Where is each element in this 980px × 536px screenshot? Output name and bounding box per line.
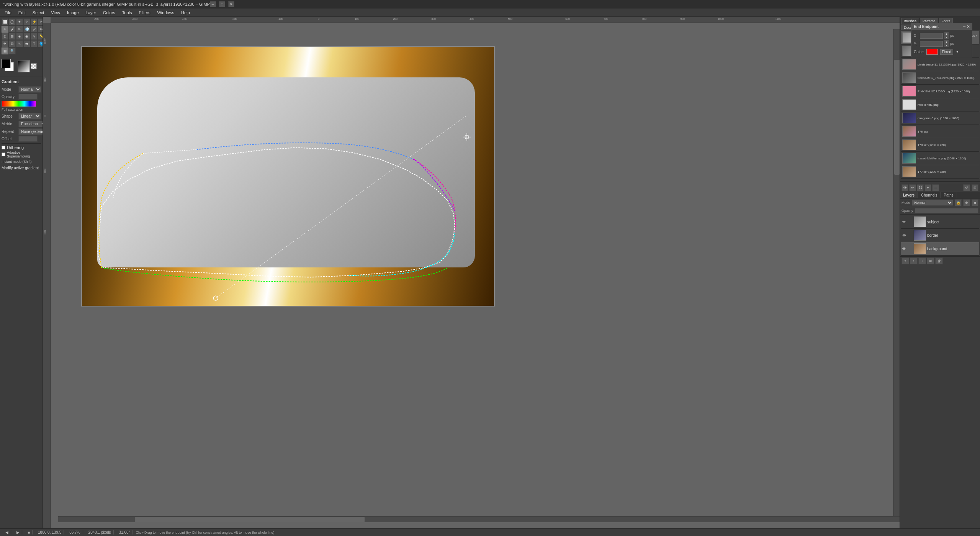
layer-duplicate-btn[interactable]: ⊕: [927, 257, 934, 264]
file-item-7[interactable]: 178.jpg: [901, 125, 979, 138]
file-item-2[interactable]: pixels-jessef11-1213294.jpg (1920 × 1280…: [901, 58, 979, 71]
tool-perspective-clone[interactable]: ⊞: [9, 33, 16, 40]
horizontal-scrollbar[interactable]: [58, 516, 900, 522]
file-item-6[interactable]: mu-game-0.png (1920 × 1080): [901, 111, 979, 125]
tool-ellipse-select[interactable]: ◯: [9, 18, 16, 25]
file-item-4[interactable]: PINKISH NO LOGO.jpg (1920 × 1080): [901, 85, 979, 98]
repeat-select[interactable]: None (extend) Sawtooth Triangular: [18, 128, 43, 135]
layer-item-border[interactable]: 👁 border: [901, 229, 979, 242]
tool-smudge[interactable]: ≋: [31, 33, 38, 40]
foreground-color-swatch[interactable]: [2, 59, 11, 68]
layers-refresh-btn[interactable]: ↺: [963, 184, 970, 191]
ep-x-down[interactable]: ▼: [944, 36, 949, 39]
layer-raise-btn[interactable]: ↑: [910, 257, 918, 264]
menu-view[interactable]: View: [48, 10, 63, 16]
tool-free-select[interactable]: ✦: [16, 18, 23, 25]
close-button[interactable]: ✕: [228, 1, 234, 7]
tool-zoom[interactable]: 🔍: [9, 48, 16, 54]
tool-dodge[interactable]: ◉: [23, 33, 30, 40]
ep-y-input[interactable]: 156: [920, 41, 943, 47]
menu-select[interactable]: Select: [29, 10, 47, 16]
layer-delete-btn[interactable]: 🗑: [935, 257, 943, 264]
layers-alpha-btn[interactable]: α: [972, 199, 978, 206]
layer-new-btn[interactable]: +: [901, 257, 909, 264]
file-item-9[interactable]: traced-MattVenn.png (2048 × 1366): [901, 152, 979, 165]
status-nav-stop[interactable]: ■: [25, 530, 33, 534]
menu-windows[interactable]: Windows: [154, 10, 177, 16]
maximize-button[interactable]: □: [219, 1, 225, 7]
layer-item-subject[interactable]: 👁 subject: [901, 215, 979, 229]
tool-measure[interactable]: 📏: [38, 33, 43, 40]
vscroll-thumb[interactable]: [894, 60, 900, 175]
adaptive-checkbox[interactable]: [2, 152, 5, 156]
menu-file[interactable]: File: [2, 10, 15, 16]
tool-clone[interactable]: ⊕: [38, 26, 43, 33]
dithering-checkbox[interactable]: [2, 146, 5, 149]
minimize-button[interactable]: ─: [210, 1, 216, 7]
ep-minimize-btn[interactable]: ─: [963, 25, 965, 29]
layer-eye-background[interactable]: 👁: [901, 246, 907, 251]
tool-pencil[interactable]: ✏: [16, 26, 23, 33]
image-canvas[interactable]: [51, 23, 900, 522]
layer-eye-subject[interactable]: 👁: [901, 219, 907, 225]
layers-eye-btn[interactable]: 👁: [901, 184, 908, 191]
ep-y-up[interactable]: ▲: [944, 40, 949, 44]
offset-input[interactable]: 0.0: [18, 136, 38, 142]
tool-fuzzy-select[interactable]: ✧: [23, 18, 30, 25]
layer-item-background[interactable]: 👁 background: [901, 242, 979, 256]
gradient-preview[interactable]: [2, 101, 36, 107]
pattern-swatch[interactable]: [31, 63, 37, 69]
layers-tab-channels[interactable]: Channels: [918, 192, 941, 198]
tool-paths[interactable]: ✒: [2, 26, 8, 33]
ep-y-down[interactable]: ▼: [944, 44, 949, 47]
tool-transform[interactable]: ⤡: [16, 40, 23, 47]
layers-opacity-input[interactable]: 100.0: [915, 208, 978, 213]
layers-tab-layers[interactable]: Layers: [900, 192, 918, 198]
ep-fixed-chevron[interactable]: ▼: [955, 50, 959, 54]
layers-tab-paths[interactable]: Paths: [941, 192, 957, 198]
vertical-scrollbar[interactable]: [893, 29, 900, 516]
tool-text[interactable]: T: [31, 40, 38, 47]
menu-tools[interactable]: Tools: [119, 10, 135, 16]
opacity-input[interactable]: 100.0: [18, 94, 38, 100]
file-item-10[interactable]: 177.xcf (1280 × 720): [901, 165, 979, 179]
tool-ink[interactable]: 🖊: [31, 26, 38, 33]
canvas-area[interactable]: -500 -400 -300 -200 -100 0 100 200 300 4…: [43, 17, 900, 528]
tool-heal[interactable]: ⊗: [2, 33, 8, 40]
layers-add-btn[interactable]: +: [924, 184, 931, 191]
menu-help[interactable]: Help: [178, 10, 193, 16]
tool-bucket[interactable]: 🪣: [38, 40, 43, 47]
tool-airbrush[interactable]: 💨: [23, 26, 30, 33]
menu-layer[interactable]: Layer: [83, 10, 100, 16]
layers-expand-btn[interactable]: ⊞: [972, 184, 978, 191]
menu-filters[interactable]: Filters: [136, 10, 154, 16]
mode-select[interactable]: Normal Multiply Screen: [18, 86, 41, 93]
tool-move[interactable]: ✜: [2, 40, 8, 47]
layers-mode-select[interactable]: Normal Multiply: [912, 200, 953, 206]
ep-color-swatch[interactable]: [926, 49, 938, 55]
layer-lower-btn[interactable]: ↓: [918, 257, 926, 264]
tool-flip[interactable]: ⇋: [23, 40, 30, 47]
layer-eye-border[interactable]: 👁: [901, 233, 907, 238]
ep-x-input[interactable]: 1803: [920, 33, 943, 39]
file-item-3[interactable]: traced-IMG_9741-hero.png (1920 × 1080): [901, 71, 979, 85]
layers-delete-btn[interactable]: ─: [932, 184, 939, 191]
menu-edit[interactable]: Edit: [15, 10, 29, 16]
ep-close-btn[interactable]: ✕: [967, 25, 970, 29]
tool-paint[interactable]: 🖌: [9, 26, 16, 33]
tool-scissors[interactable]: ✂: [38, 18, 43, 25]
shape-select[interactable]: Linear Radial Square: [18, 113, 41, 120]
file-item-5[interactable]: mobilenet1.png: [901, 98, 979, 111]
tool-blur[interactable]: ◈: [16, 33, 23, 40]
tool-align[interactable]: ⊟: [9, 40, 16, 47]
gradient-swatch[interactable]: [18, 60, 30, 72]
hscroll-thumb[interactable]: [135, 517, 365, 522]
metric-select[interactable]: Euclidean Manhattan: [18, 121, 43, 127]
ep-x-up[interactable]: ▲: [944, 32, 949, 36]
layers-inherit-btn[interactable]: ⊕: [963, 199, 970, 206]
file-item-8[interactable]: 178.xcf (1280 × 720): [901, 138, 979, 152]
status-nav-next[interactable]: ▶: [14, 530, 22, 534]
layers-lock-btn[interactable]: 🔒: [955, 199, 962, 206]
tool-select-by-color[interactable]: ⚡: [31, 18, 38, 25]
menu-colors[interactable]: Colors: [100, 10, 118, 16]
